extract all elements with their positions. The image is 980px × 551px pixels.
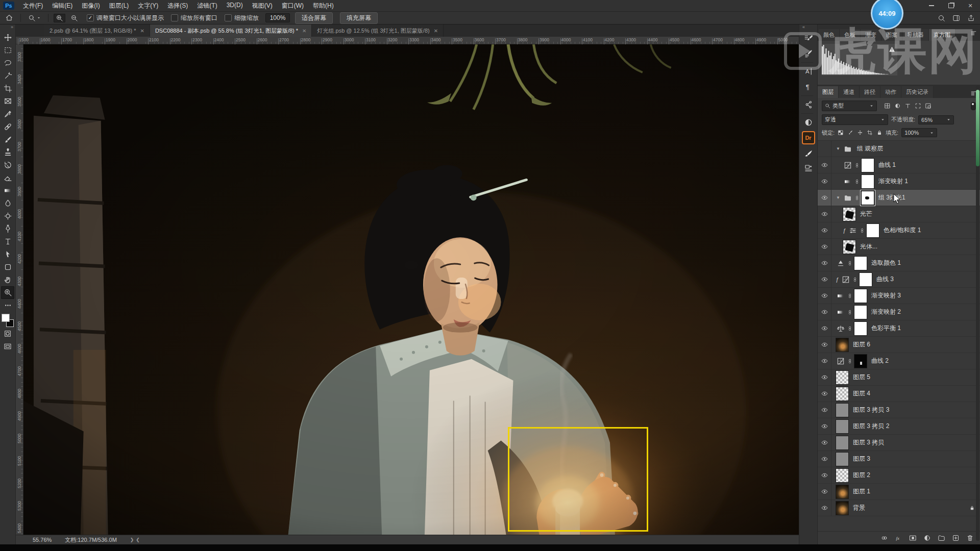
menu-item-5[interactable]: 选择(S) xyxy=(163,2,192,10)
tab-close-icon[interactable]: ✕ xyxy=(140,28,144,34)
foreground-color-chip[interactable] xyxy=(2,314,10,322)
layer-name[interactable]: 背景 xyxy=(853,504,865,512)
menu-item-0[interactable]: 文件(F) xyxy=(18,2,47,10)
eye-icon[interactable] xyxy=(818,173,831,189)
new-adjustment-layer-icon[interactable] xyxy=(923,534,931,542)
layer-thumbnail[interactable] xyxy=(836,468,849,483)
eye-icon[interactable] xyxy=(818,386,831,402)
layer-name[interactable]: 曲线 1 xyxy=(878,161,896,169)
dock-collapse-icon[interactable]: « xyxy=(799,24,804,31)
group-mask-thumbnail[interactable] xyxy=(861,191,874,205)
restore-button[interactable] xyxy=(941,0,961,11)
menu-item-9[interactable]: 窗口(W) xyxy=(277,2,308,10)
layer-mask-thumbnail[interactable] xyxy=(854,256,867,270)
layer-mask-thumbnail[interactable] xyxy=(866,223,879,238)
eye-icon[interactable] xyxy=(818,484,831,499)
layer-mask-thumbnail[interactable] xyxy=(859,272,872,287)
quick-selection-tool[interactable] xyxy=(1,69,14,82)
eye-icon[interactable] xyxy=(818,222,831,238)
layer-effects-icon[interactable]: fx xyxy=(895,534,902,542)
stamp-plugin-icon[interactable] xyxy=(801,161,816,176)
panel-tab-0[interactable]: 颜色 xyxy=(819,29,840,41)
menu-item-6[interactable]: 滤镜(T) xyxy=(192,2,222,10)
checkbox-icon[interactable] xyxy=(171,14,178,21)
color-swatches[interactable] xyxy=(2,314,14,327)
layer-mask-thumbnail[interactable] xyxy=(861,174,874,189)
layer-row-10[interactable]: 渐变映射 2 xyxy=(818,304,980,320)
layer-mask-thumbnail[interactable] xyxy=(854,305,867,319)
layer-name[interactable]: 色彩平衡 1 xyxy=(871,324,901,333)
layer-name[interactable]: 图层 1 xyxy=(853,487,870,496)
selcolor-adjustment-icon[interactable] xyxy=(835,258,847,268)
panel-tab-4[interactable]: 导航器 xyxy=(902,29,929,41)
lock-art[interactable] xyxy=(867,130,873,136)
checkbox-icon[interactable] xyxy=(225,14,232,21)
blend-mode-select[interactable]: 穿透 xyxy=(822,114,888,125)
path-select-tool[interactable] xyxy=(1,248,14,261)
layer-thumbnail[interactable] xyxy=(836,452,849,466)
colorbal-adjustment-icon[interactable] xyxy=(835,323,847,334)
layers-tab-1[interactable]: 通道 xyxy=(839,86,860,98)
layer-name[interactable]: 图层 4 xyxy=(853,389,870,398)
menu-item-8[interactable]: 视图(V) xyxy=(248,2,277,10)
move-tool[interactable] xyxy=(1,31,14,44)
shape-tool[interactable] xyxy=(1,261,14,273)
layer-row-15[interactable]: 图层 4 xyxy=(818,386,980,402)
close-button[interactable]: ✕ xyxy=(961,0,980,11)
clone-stamp-tool[interactable] xyxy=(1,146,14,159)
brush-tool[interactable] xyxy=(1,133,14,146)
home-icon[interactable] xyxy=(3,13,15,22)
link-layers-icon[interactable] xyxy=(880,534,888,542)
layers-tab-2[interactable]: 路径 xyxy=(860,86,880,98)
expander-icon[interactable]: ▼ xyxy=(835,195,842,200)
smudge-tool[interactable] xyxy=(1,197,14,210)
eye-icon[interactable] xyxy=(818,451,831,467)
layer-row-1[interactable]: 曲线 1 xyxy=(818,157,980,173)
eye-icon[interactable] xyxy=(818,157,831,173)
layer-mask-thumbnail[interactable] xyxy=(854,321,867,336)
menu-item-1[interactable]: 编辑(E) xyxy=(47,2,77,10)
layer-row-14[interactable]: 图层 5 xyxy=(818,369,980,386)
search-icon[interactable] xyxy=(936,14,947,22)
expander-icon[interactable]: ▼ xyxy=(835,146,842,151)
layer-row-21[interactable]: 图层 1 xyxy=(818,484,980,500)
zoom-in-button[interactable] xyxy=(54,14,65,22)
workspace-icon[interactable] xyxy=(950,14,962,22)
layer-row-7[interactable]: 选取颜色 1 xyxy=(818,255,980,271)
lock-checker[interactable] xyxy=(838,130,844,136)
edit-toolbar[interactable] xyxy=(1,299,14,312)
layer-row-4[interactable]: 光芒 xyxy=(818,206,980,222)
layer-name[interactable]: 光体... xyxy=(860,242,877,251)
zoom-option-checkbox-1[interactable]: 缩放所有窗口 xyxy=(171,14,217,22)
eyedropper-tool[interactable] xyxy=(1,108,14,120)
curves-adjustment-icon[interactable] xyxy=(842,160,854,170)
lock-move[interactable] xyxy=(857,130,863,136)
curves-adjustment-icon[interactable] xyxy=(835,356,847,366)
eye-icon[interactable] xyxy=(818,288,831,304)
fill-screen-button[interactable]: 填充屏幕 xyxy=(340,12,378,24)
eye-icon[interactable] xyxy=(818,271,831,287)
layer-row-20[interactable]: 图层 2 xyxy=(818,467,980,484)
hand-tool[interactable] xyxy=(1,273,14,286)
brush-settings-icon[interactable] xyxy=(801,31,816,46)
layer-name[interactable]: 图层 6 xyxy=(853,340,870,349)
menu-item-2[interactable]: 图像(I) xyxy=(77,2,104,10)
zoom-tool-preset[interactable] xyxy=(26,14,43,22)
layer-name[interactable]: 曲线 3 xyxy=(876,275,894,284)
menu-item-3[interactable]: 图层(L) xyxy=(105,2,134,10)
layer-row-5[interactable]: ƒ色相/饱和度 1 xyxy=(818,222,980,239)
panel-tab-5[interactable]: 直方图 xyxy=(929,29,955,41)
marquee-tool[interactable] xyxy=(1,44,14,57)
eraser-tool[interactable] xyxy=(1,171,14,184)
layer-mask-thumbnail[interactable] xyxy=(854,354,867,368)
layers-tab-4[interactable]: 历史记录 xyxy=(901,86,934,98)
curves-adjustment-icon[interactable] xyxy=(840,274,852,285)
layer-thumbnail[interactable] xyxy=(836,501,849,515)
layer-name[interactable]: 光芒 xyxy=(860,210,872,218)
eye-icon[interactable] xyxy=(818,255,831,271)
screen-mode-button[interactable] xyxy=(1,340,14,353)
layer-row-17[interactable]: 图层 3 拷贝 2 xyxy=(818,418,980,435)
layer-name[interactable]: 渐变映射 2 xyxy=(871,308,901,316)
eye-icon[interactable] xyxy=(818,337,831,353)
delete-layer-icon[interactable] xyxy=(966,534,974,542)
